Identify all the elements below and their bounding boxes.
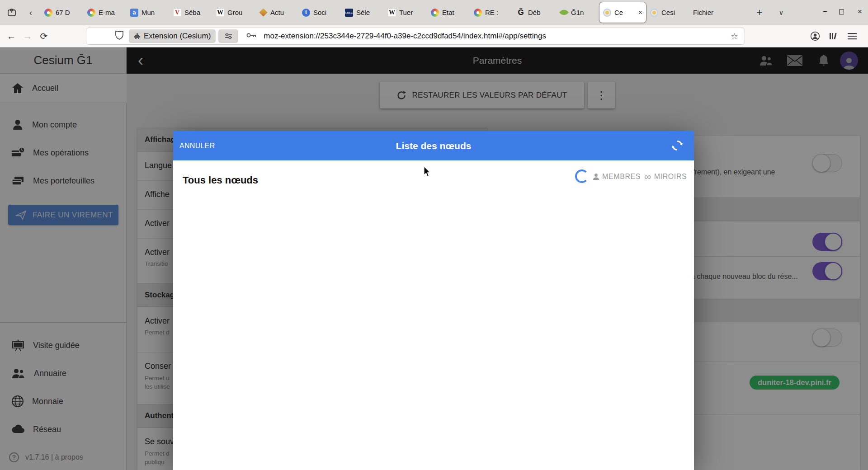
tab-active-cesium[interactable]: Ce ×	[599, 2, 646, 23]
url-text[interactable]: moz-extension://253c344e-2729-44f0-a39e-…	[264, 32, 724, 41]
letter-v-favicon: V	[173, 9, 181, 17]
member-person-icon	[593, 173, 599, 180]
filter-members-label: MEMBRES	[602, 173, 641, 181]
tab-label: Mun	[142, 9, 166, 16]
close-tab-icon[interactable]: ×	[637, 9, 642, 17]
ldlc-favicon: LDLC	[345, 9, 353, 17]
list-all-tabs-icon[interactable]: ∨	[774, 5, 788, 20]
tab-label: Grou	[227, 9, 252, 16]
node-list-modal: ANNULER Liste des nœuds Tous les nœuds M…	[173, 131, 694, 470]
app-viewport: Cesium Ğ1 Accueil Mon compte Mes opérati…	[0, 47, 868, 470]
key-icon	[246, 32, 256, 40]
tab[interactable]: Ğ Déb	[513, 0, 556, 25]
tab[interactable]: W Grou	[212, 0, 255, 25]
modal-heading: Tous les nœuds	[183, 174, 258, 186]
leaf-favicon	[560, 9, 568, 17]
permissions-sliders-icon[interactable]	[218, 29, 238, 43]
identity-label: Extension (Cesium)	[144, 32, 211, 41]
tab[interactable]: Fichier	[689, 0, 732, 25]
tab[interactable]: E-ma	[84, 0, 127, 25]
browser-tab-bar: ‹ 67 D E-ma a Mun V Séba W Grou Actu i S…	[0, 0, 868, 25]
account-icon[interactable]	[807, 25, 823, 47]
tab-label: Fichier	[693, 9, 729, 16]
tab-label: Ğ1n	[571, 9, 595, 16]
tab-label: Ce	[614, 9, 634, 16]
webmail-favicon	[474, 9, 482, 17]
tab-label: Tuer	[399, 9, 424, 16]
maximize-icon	[839, 9, 844, 14]
wikipedia-favicon: W	[216, 9, 224, 17]
cesium-favicon	[603, 9, 611, 17]
webmail-favicon	[431, 9, 439, 17]
reload-button[interactable]: ⟳	[36, 25, 52, 47]
menu-hamburger-icon[interactable]	[844, 25, 860, 47]
firefox-view-icon[interactable]	[5, 5, 19, 20]
tab[interactable]: Ğ1n	[556, 0, 599, 25]
bookmark-star-icon[interactable]: ☆	[724, 31, 745, 42]
tab-label: 67 D	[56, 9, 80, 16]
tab-label: RE :	[485, 9, 509, 16]
filter-members-button[interactable]: MEMBRES	[593, 173, 641, 181]
filter-mirrors-label: MIROIRS	[654, 173, 687, 181]
letter-a-favicon: a	[130, 9, 138, 17]
info-favicon: i	[302, 9, 310, 17]
sync-icon[interactable]	[670, 139, 684, 154]
extension-identity-chip[interactable]: Extension (Cesium)	[129, 29, 216, 43]
gold-diamond-favicon	[259, 9, 267, 17]
tab-label: Actu	[270, 9, 295, 16]
url-bar[interactable]: Extension (Cesium) moz-extension://253c3…	[86, 28, 745, 45]
tab[interactable]: i Soci	[298, 0, 341, 25]
tab-label: Séba	[184, 9, 209, 16]
infinity-icon: ∞	[644, 173, 651, 180]
tab[interactable]: 67 D	[41, 0, 84, 25]
webmail-favicon	[44, 9, 52, 17]
tab[interactable]: V Séba	[170, 0, 212, 25]
shield-icon[interactable]	[115, 31, 123, 42]
back-button[interactable]: ←	[4, 25, 19, 47]
puzzle-icon	[134, 33, 141, 40]
tab-label: E-ma	[99, 9, 123, 16]
filter-mirrors-button[interactable]: ∞ MIROIRS	[644, 173, 687, 181]
webmail-favicon	[87, 9, 95, 17]
tab[interactable]: LDLC Séle	[341, 0, 384, 25]
library-icon[interactable]	[826, 25, 841, 47]
tab[interactable]: W Tuer	[384, 0, 427, 25]
maximize-button[interactable]	[835, 5, 848, 19]
loading-spinner	[575, 169, 589, 183]
node-filters: MEMBRES ∞ MIROIRS	[593, 173, 687, 181]
g1-letter-favicon: Ğ	[517, 9, 525, 17]
tab-label: Soci	[313, 9, 338, 16]
tab-label: Cesi	[661, 9, 686, 16]
forward-button[interactable]: →	[20, 25, 35, 47]
cesium-favicon	[650, 9, 658, 17]
tab[interactable]: Etat	[427, 0, 470, 25]
minimize-button[interactable]: −	[818, 5, 832, 19]
modal-header: ANNULER Liste des nœuds	[173, 131, 694, 160]
tab-label: Déb	[528, 9, 552, 16]
tab[interactable]: RE :	[470, 0, 513, 25]
tab-label: Séle	[356, 9, 381, 16]
tab[interactable]: Cesi	[646, 0, 689, 25]
tab[interactable]: Actu	[255, 0, 298, 25]
tab-label: Etat	[442, 9, 467, 16]
mouse-cursor	[424, 166, 432, 178]
wikipedia-favicon: W	[388, 9, 396, 17]
screen: ‹ 67 D E-ma a Mun V Séba W Grou Actu i S…	[0, 0, 868, 470]
tab[interactable]: a Mun	[127, 0, 170, 25]
tab-scroll-left-icon[interactable]: ‹	[24, 5, 38, 20]
modal-title: Liste des nœuds	[173, 131, 694, 160]
close-window-button[interactable]: ×	[853, 5, 867, 19]
browser-nav-bar: ← → ⟳ Extension (Cesium) moz-extension:/…	[0, 25, 868, 47]
new-tab-button[interactable]: +	[752, 5, 767, 20]
